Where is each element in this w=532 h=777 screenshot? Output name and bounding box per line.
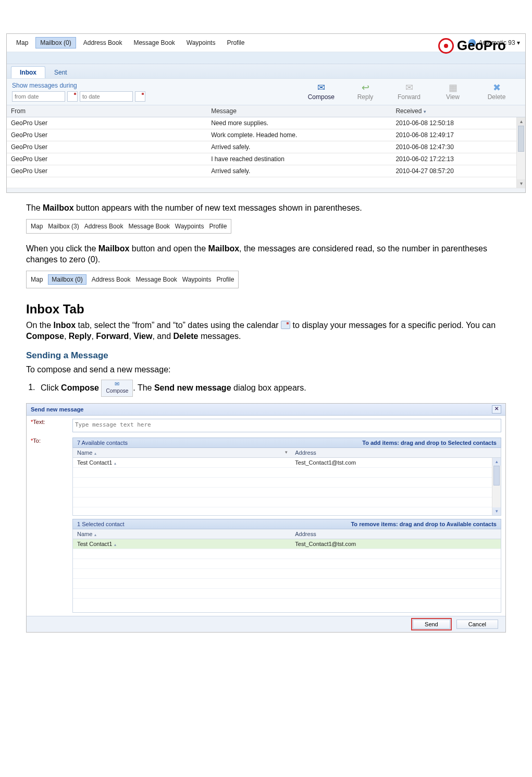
inbox-row[interactable]: GeoPro UserI have reached destination201… [7, 153, 525, 165]
step-1: Click Compose ✉Compose. The Send new mes… [38, 380, 506, 397]
calendar-icon[interactable] [67, 91, 78, 102]
available-scrollbar[interactable]: ▴ ▾ [492, 458, 501, 515]
paragraph: On the Inbox tab, select the “from” and … [26, 320, 506, 342]
cancel-button[interactable]: Cancel [456, 620, 498, 629]
nav-mailbox[interactable]: Mailbox (0) [35, 37, 76, 48]
calendar-icon [281, 321, 290, 329]
col-received[interactable]: Received [391, 105, 525, 117]
col-message[interactable]: Message [207, 105, 391, 117]
toolbar-spacer [7, 52, 525, 64]
to-date-input[interactable] [80, 91, 133, 102]
paragraph: The Mailbox button appears with the numb… [26, 202, 506, 214]
compose-button-icon: ✉Compose [101, 380, 133, 397]
send-button[interactable]: Send [413, 620, 450, 629]
from-date-input[interactable] [12, 91, 65, 102]
tab-inbox[interactable]: Inbox [11, 66, 45, 78]
heading-sending-message: Sending a Message [26, 350, 506, 361]
selected-contact-row[interactable]: Test Contact1 Test_Contact1@tst.com [73, 539, 501, 549]
mailbox-tabs: Inbox Sent [7, 64, 525, 78]
brand-logo: GeoPro [438, 38, 506, 54]
contact-row[interactable]: Test Contact1 Test_Contact1@tst.com [73, 458, 501, 468]
view-button[interactable]: ▦View [440, 83, 466, 101]
forward-button[interactable]: ✉Forward [396, 83, 422, 101]
heading-inbox-tab: Inbox Tab [26, 302, 506, 317]
nav-message-book[interactable]: Message Book [129, 38, 179, 48]
message-text-input[interactable] [72, 419, 501, 432]
delete-button[interactable]: ✖Delete [484, 83, 510, 101]
inbox-scrollbar[interactable]: ▴ ▾ [516, 117, 525, 188]
inbox-row[interactable]: GeoPro UserArrived safely.2010-04-27 08:… [7, 165, 525, 177]
logo-icon [438, 38, 454, 54]
available-contacts-header: 7 Available contactsTo add items: drag a… [72, 438, 501, 448]
nav-screenshot-3: Map Mailbox (3) Address Book Message Boo… [26, 219, 231, 234]
col-name[interactable]: Name [73, 529, 291, 539]
selected-contacts-header: 1 Selected contactTo remove items: drag … [72, 519, 501, 529]
col-address[interactable]: Address [291, 529, 501, 539]
step-list: Click Compose ✉Compose. The Send new mes… [26, 380, 506, 397]
to-label: To: [31, 438, 72, 444]
compose-button[interactable]: ✉Compose [308, 83, 335, 101]
nav-address-book[interactable]: Address Book [79, 38, 127, 48]
calendar-icon[interactable] [135, 91, 145, 102]
paragraph: To compose and send a new message: [26, 364, 506, 375]
reply-button[interactable]: ↩Reply [352, 83, 378, 101]
brand-name: GeoPro [457, 38, 506, 54]
inbox-row[interactable]: GeoPro UserNeed more supplies.2010-06-08… [7, 117, 525, 129]
col-address[interactable]: Address [291, 448, 501, 457]
inbox-row[interactable]: GeoPro UserWork complete. Headed home.20… [7, 129, 525, 141]
nav-waypoints[interactable]: Waypoints [182, 38, 220, 48]
tab-sent[interactable]: Sent [45, 66, 76, 78]
nav-profile[interactable]: Profile [222, 38, 249, 48]
dialog-title: Send new message [31, 406, 84, 412]
send-message-dialog-screenshot: Send new message ✕ Text: To: 7 Available… [26, 403, 506, 633]
dialog-title-bar: Send new message ✕ [27, 404, 505, 416]
text-label: Text: [31, 419, 72, 425]
inbox-table-header: From Message Received [7, 105, 525, 117]
mailbox-screenshot: Map Mailbox (0) Address Book Message Boo… [6, 33, 526, 193]
paragraph: When you click the Mailbox button and op… [26, 243, 506, 265]
date-filter-label: Show messages during [12, 82, 145, 89]
col-name[interactable]: Name▾ [73, 448, 291, 457]
close-icon[interactable]: ✕ [492, 405, 501, 414]
nav-screenshot-0: Map Mailbox (0) Address Book Message Boo… [26, 271, 239, 288]
inbox-row[interactable]: GeoPro UserArrived safely.2010-06-08 12:… [7, 141, 525, 153]
nav-map[interactable]: Map [12, 38, 32, 48]
col-from[interactable]: From [7, 105, 207, 117]
